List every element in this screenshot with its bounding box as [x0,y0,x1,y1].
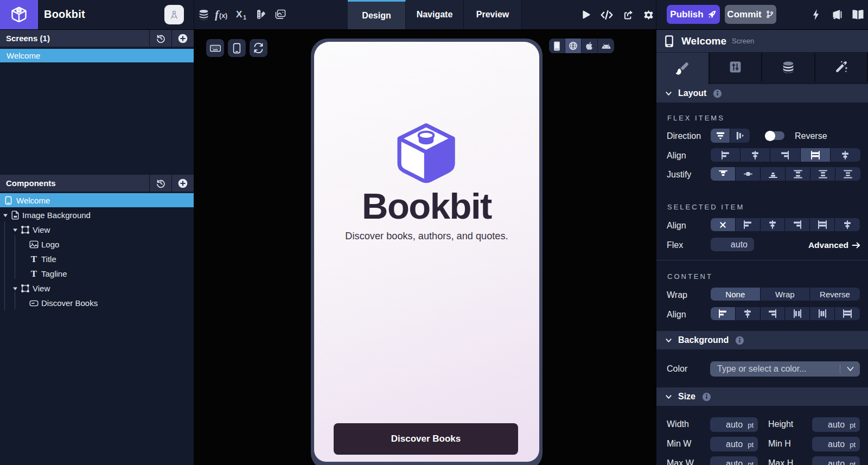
svg-text:1: 1 [243,14,246,21]
svg-text:(x): (x) [219,12,227,20]
svg-text:X: X [236,9,242,20]
